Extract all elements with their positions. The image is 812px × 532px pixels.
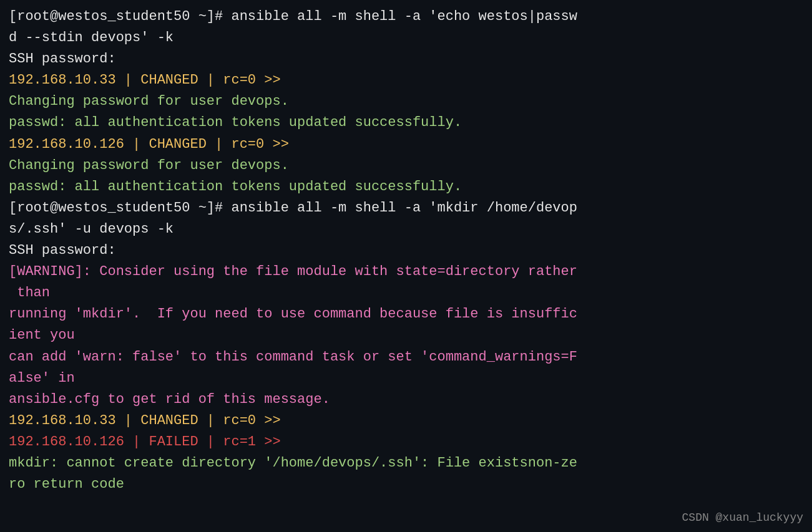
terminal-text: than — [9, 285, 50, 301]
terminal-text: 192.168.10.33 | CHANGED | rc=0 >> — [9, 72, 281, 88]
terminal-text: [root@westos_student50 ~]# ansible all -… — [9, 9, 577, 24]
terminal-line: 192.168.10.126 | FAILED | rc=1 >> — [9, 432, 803, 453]
terminal-line: can add 'warn: false' to this command ta… — [9, 347, 803, 368]
terminal-line: running 'mkdir'. If you need to use comm… — [9, 304, 803, 325]
terminal-line: [root@westos_student50 ~]# ansible all -… — [9, 6, 803, 27]
terminal-line: d --stdin devops' -k — [9, 27, 803, 49]
terminal-line: 192.168.10.126 | CHANGED | rc=0 >> — [9, 134, 803, 155]
terminal-text: d --stdin devops' -k — [9, 30, 174, 46]
terminal-line: SSH password: — [9, 49, 803, 70]
terminal-text: 192.168.10.126 | FAILED | rc=1 >> — [9, 434, 281, 450]
terminal-window: [root@westos_student50 ~]# ansible all -… — [0, 0, 812, 532]
terminal-text: Changing password for user devops. — [9, 158, 289, 173]
terminal-line: [WARNING]: Consider using the file modul… — [9, 261, 803, 283]
terminal-line: 192.168.10.33 | CHANGED | rc=0 >> — [9, 70, 803, 91]
terminal-text: SSH password: — [9, 51, 116, 67]
terminal-text: s/.ssh' -u devops -k — [9, 221, 174, 237]
terminal-text: ro return code — [9, 476, 124, 492]
terminal-line: SSH password: — [9, 240, 803, 261]
terminal-text: alse' in — [9, 370, 75, 386]
terminal-line: passwd: all authentication tokens update… — [9, 177, 803, 198]
terminal-line: Changing password for user devops. — [9, 91, 803, 112]
terminal-text: can add 'warn: false' to this command ta… — [9, 349, 577, 365]
terminal-line: than — [9, 283, 803, 304]
terminal-line: passwd: all authentication tokens update… — [9, 112, 803, 133]
terminal-text: passwd: all authentication tokens update… — [9, 179, 462, 195]
terminal-line: s/.ssh' -u devops -k — [9, 219, 803, 240]
terminal-text: SSH password: — [9, 243, 116, 258]
terminal-line: ansible.cfg to get rid of this message. — [9, 389, 803, 410]
terminal-line: mkdir: cannot create directory '/home/de… — [9, 453, 803, 474]
terminal-line: Changing password for user devops. — [9, 155, 803, 177]
terminal-line: ient you — [9, 325, 803, 346]
terminal-text: passwd: all authentication tokens update… — [9, 115, 462, 130]
terminal-text: ansible.cfg to get rid of this message. — [9, 392, 330, 407]
terminal-text: running 'mkdir'. If you need to use comm… — [9, 306, 577, 322]
terminal-text: mkdir: cannot create directory '/home/de… — [9, 455, 577, 471]
terminal-content: [root@westos_student50 ~]# ansible all -… — [9, 6, 803, 495]
terminal-line: [root@westos_student50 ~]# ansible all -… — [9, 198, 803, 219]
terminal-text: 192.168.10.33 | CHANGED | rc=0 >> — [9, 413, 281, 428]
terminal-text: Changing password for user devops. — [9, 94, 289, 109]
watermark: CSDN @xuan_luckyyy — [682, 510, 803, 527]
terminal-line: 192.168.10.33 | CHANGED | rc=0 >> — [9, 410, 803, 432]
terminal-text: [WARNING]: Consider using the file modul… — [9, 264, 577, 279]
terminal-line: ro return code — [9, 474, 803, 495]
terminal-text: 192.168.10.126 | CHANGED | rc=0 >> — [9, 137, 289, 152]
terminal-text: ient you — [9, 327, 75, 343]
terminal-text: [root@westos_student50 ~]# ansible all -… — [9, 200, 577, 216]
terminal-line: alse' in — [9, 368, 803, 389]
